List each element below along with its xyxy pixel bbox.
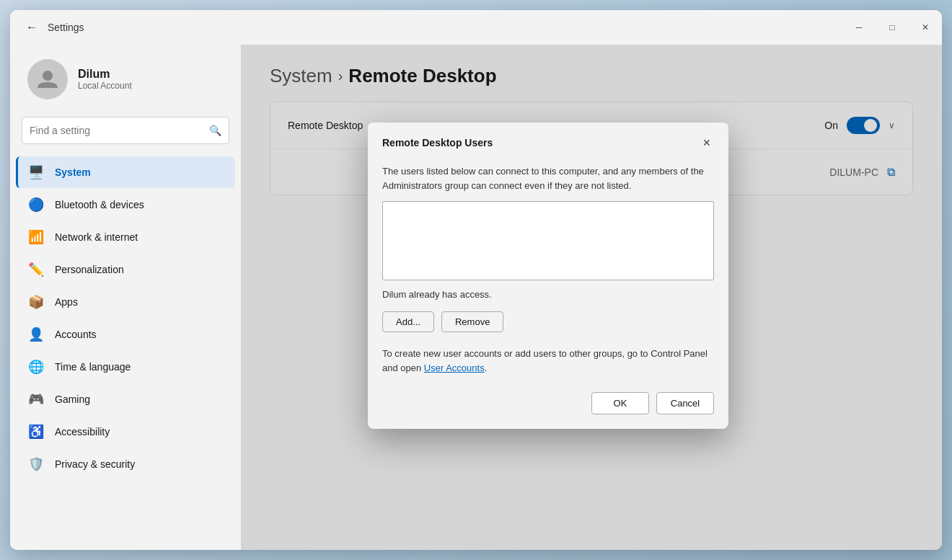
- titlebar: ← Settings ─ □ ✕: [10, 10, 942, 45]
- dialog-description: The users listed below can connect to th…: [382, 164, 714, 192]
- svg-point-0: [43, 71, 53, 81]
- sidebar-item-system[interactable]: 🖥️ System: [16, 156, 235, 188]
- main-layout: Dilum Local Account 🔍 🖥️ System 🔵: [10, 45, 942, 550]
- window-controls: ─ □ ✕: [842, 10, 942, 45]
- system-icon: 🖥️: [27, 164, 45, 181]
- sidebar-item-network[interactable]: 📶 Network & internet: [16, 221, 235, 253]
- sidebar-item-label: Accounts: [55, 329, 97, 340]
- sidebar-item-privacy[interactable]: 🛡️ Privacy & security: [16, 448, 235, 480]
- sidebar-item-gaming[interactable]: 🎮 Gaming: [16, 383, 235, 415]
- dialog-footer-text: To create new user accounts or add users…: [382, 347, 714, 375]
- sidebar-item-label: Apps: [55, 296, 78, 308]
- dialog-overlay: Remote Desktop Users ✕ The users listed …: [241, 45, 942, 550]
- dialog-title: Remote Desktop Users: [382, 137, 493, 148]
- sidebar-item-time[interactable]: 🌐 Time & language: [16, 351, 235, 383]
- user-account-type: Local Account: [78, 81, 132, 91]
- sidebar-item-label: Accessibility: [55, 426, 110, 437]
- sidebar-item-label: Network & internet: [55, 231, 138, 243]
- avatar: [27, 59, 68, 99]
- dialog-close-button[interactable]: ✕: [697, 133, 717, 153]
- sidebar-item-label: Bluetooth & devices: [55, 199, 144, 210]
- settings-window: ← Settings ─ □ ✕ Dilum Local Account: [10, 10, 942, 550]
- sidebar-item-bluetooth[interactable]: 🔵 Bluetooth & devices: [16, 189, 235, 221]
- sidebar-item-personalization[interactable]: ✏️ Personalization: [16, 254, 235, 285]
- ok-button[interactable]: OK: [591, 392, 649, 414]
- close-button[interactable]: ✕: [909, 10, 942, 45]
- gaming-icon: 🎮: [27, 391, 45, 408]
- search-container: 🔍: [10, 111, 241, 156]
- search-input[interactable]: [30, 125, 203, 136]
- time-icon: 🌐: [27, 358, 45, 375]
- sidebar-item-accounts[interactable]: 👤 Accounts: [16, 319, 235, 350]
- sidebar: Dilum Local Account 🔍 🖥️ System 🔵: [10, 45, 241, 550]
- sidebar-item-label: Gaming: [55, 394, 90, 405]
- search-icon: 🔍: [209, 125, 221, 136]
- access-note: Dilum already has access.: [382, 289, 714, 300]
- dialog-actions-row: Add... Remove: [382, 311, 714, 332]
- cancel-button[interactable]: Cancel: [656, 392, 714, 414]
- sidebar-item-label: Privacy & security: [55, 458, 135, 470]
- personalization-icon: ✏️: [27, 261, 45, 278]
- sidebar-item-label: Personalization: [55, 264, 124, 275]
- search-box[interactable]: 🔍: [22, 117, 229, 144]
- content-area: System › Remote Desktop Remote Desktop O…: [241, 45, 942, 550]
- accounts-icon: 👤: [27, 326, 45, 343]
- bluetooth-icon: 🔵: [27, 196, 45, 213]
- user-name: Dilum: [78, 68, 132, 81]
- privacy-icon: 🛡️: [27, 455, 45, 473]
- sidebar-item-label: Time & language: [55, 361, 131, 373]
- dialog-titlebar: Remote Desktop Users ✕: [368, 123, 728, 161]
- accessibility-icon: ♿: [27, 423, 45, 440]
- add-button[interactable]: Add...: [382, 311, 434, 332]
- sidebar-nav: 🖥️ System 🔵 Bluetooth & devices 📶 Networ…: [10, 156, 241, 481]
- apps-icon: 📦: [27, 293, 45, 311]
- back-button[interactable]: ←: [22, 17, 42, 37]
- maximize-button[interactable]: □: [876, 10, 909, 45]
- dialog-buttons: OK Cancel: [382, 392, 714, 414]
- remove-button[interactable]: Remove: [441, 311, 503, 332]
- sidebar-item-accessibility[interactable]: ♿ Accessibility: [16, 416, 235, 448]
- minimize-button[interactable]: ─: [842, 10, 876, 45]
- user-info: Dilum Local Account: [78, 68, 132, 91]
- sidebar-item-label: System: [55, 166, 91, 178]
- remote-desktop-users-dialog: Remote Desktop Users ✕ The users listed …: [368, 123, 728, 429]
- titlebar-title: Settings: [48, 22, 84, 33]
- dialog-body: The users listed below can connect to th…: [368, 161, 728, 429]
- user-profile: Dilum Local Account: [10, 45, 241, 111]
- network-icon: 📶: [27, 228, 45, 246]
- sidebar-item-apps[interactable]: 📦 Apps: [16, 286, 235, 318]
- user-accounts-link[interactable]: User Accounts: [424, 363, 485, 373]
- users-listbox[interactable]: [382, 201, 714, 280]
